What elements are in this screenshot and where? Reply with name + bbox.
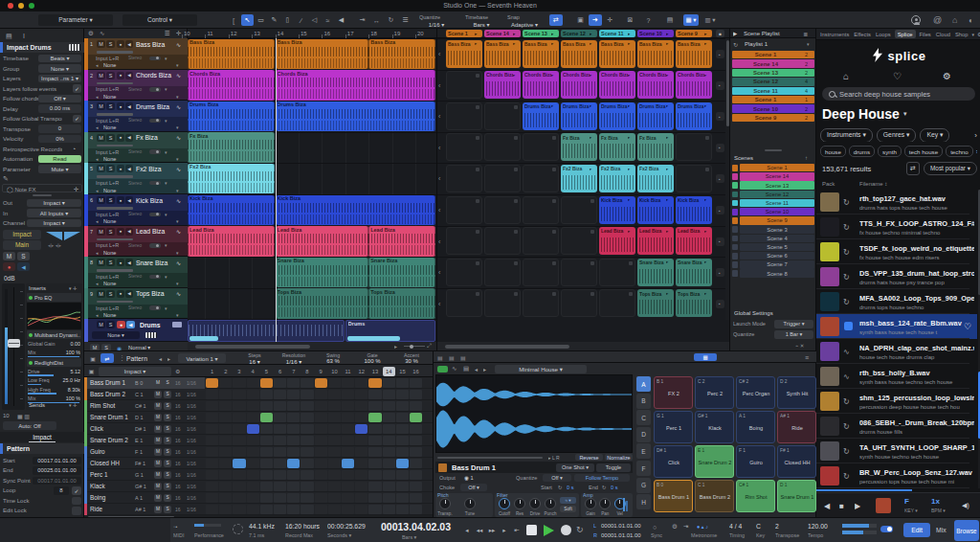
clip-drums-pattern[interactable] xyxy=(188,320,345,342)
step-cell-10[interactable] xyxy=(328,459,341,469)
insert-power-led[interactable] xyxy=(29,296,33,300)
step-cell-13[interactable] xyxy=(368,482,381,492)
wave-hscroll-thumb[interactable] xyxy=(437,457,543,460)
step-cell-13[interactable] xyxy=(368,493,381,504)
track-volume-slider[interactable] xyxy=(97,145,133,147)
step-cell-11[interactable] xyxy=(342,505,354,515)
pattern-row-solo[interactable]: S xyxy=(164,402,171,410)
scene-clip-bass-biza[interactable]: Bass Biza▸ xyxy=(561,40,597,68)
step-cell-16[interactable] xyxy=(410,482,422,492)
pad-boing[interactable]: A 1Boing xyxy=(736,411,775,443)
tool-paint-icon[interactable]: ✎ xyxy=(268,14,280,26)
clip-stop-button[interactable]: ▪ xyxy=(716,144,724,152)
step-cell-5[interactable] xyxy=(260,470,273,481)
track-mute-button[interactable]: M xyxy=(97,72,105,79)
snap-dropdown[interactable]: Adaptive ▾ xyxy=(505,20,544,28)
parameter-dropdown[interactable]: Parameter ▾ xyxy=(38,14,113,26)
pattern-row-head[interactable]: Snare Drum 2E 1MS161/16 xyxy=(84,435,205,446)
scene-clip-drums-biza[interactable]: Drums Biza▸ xyxy=(676,102,712,130)
track-row-drums[interactable]: MS●◀DrumsNone ▾ xyxy=(84,319,188,342)
scenes-list-item-scene-13[interactable]: Scene 13 xyxy=(740,181,814,189)
step-cell-3[interactable] xyxy=(233,424,245,435)
scenes-list-item-scene-3[interactable]: Scene 3 xyxy=(740,225,814,233)
track-record-button[interactable]: ● xyxy=(117,102,124,110)
pad-bank-c[interactable]: C xyxy=(636,410,651,425)
track-row-fx-biza[interactable]: 4MS●◀Fx Biza∿Input L+RStereo▾◂None▾ xyxy=(84,132,188,164)
loop-icon[interactable]: ↻ xyxy=(843,196,855,208)
scene-clip-bass-biza[interactable]: Bass Biza▸ xyxy=(676,40,712,68)
step-cell-6[interactable] xyxy=(274,459,286,469)
pad-bank-b[interactable]: B xyxy=(636,394,651,409)
inspector-checkbox[interactable]: ✓ xyxy=(73,115,81,124)
scene-empty-cell-snare-biza[interactable] xyxy=(561,259,597,286)
step-cell-3[interactable] xyxy=(233,413,245,423)
step-cell-12[interactable] xyxy=(355,436,368,446)
clip-drums-biza[interactable]: Drums Biza xyxy=(188,102,275,132)
step-cell-1[interactable] xyxy=(206,447,218,458)
step-cell-7[interactable] xyxy=(287,436,300,446)
pattern-shuffle-icon[interactable]: ⇄ xyxy=(100,353,114,363)
step-cell-14[interactable] xyxy=(383,505,395,515)
pattern-loop-value[interactable]: 8 xyxy=(54,486,69,495)
scene-scrollbar-thumb[interactable] xyxy=(445,345,569,349)
pattern-row-mute[interactable]: M xyxy=(154,448,162,456)
sort-dropdown[interactable]: Most popular ▾ xyxy=(924,162,977,175)
scene-empty-cell-fx-biza[interactable] xyxy=(676,133,712,161)
splice-home-icon[interactable]: ⌂ xyxy=(843,70,857,81)
shuffle-button[interactable]: ⇄ xyxy=(906,162,920,175)
loop-icon[interactable]: ↻ xyxy=(843,296,855,307)
channel-monitor-button[interactable]: ◀ xyxy=(17,262,30,271)
rewind-button[interactable]: ◂◂ xyxy=(474,525,485,536)
step-cell-11[interactable] xyxy=(342,424,354,435)
pad-bank-a[interactable]: A xyxy=(636,376,651,392)
step-cell-9[interactable] xyxy=(315,482,327,492)
scene-clip-chords-biza[interactable]: Chords Biza▸ xyxy=(637,71,674,99)
step-cell-9[interactable] xyxy=(315,459,327,469)
clip-tops-biza[interactable]: Tops Biza xyxy=(276,288,368,319)
step-number-2[interactable]: 2 xyxy=(219,367,232,376)
scene-clip-drums-biza[interactable]: Drums Biza▸ xyxy=(523,102,559,130)
jog-forward-button[interactable]: ▸ xyxy=(499,525,510,536)
step-cell-6[interactable] xyxy=(274,447,286,458)
browser-tab-splice[interactable]: Splice xyxy=(895,30,916,38)
inspector-follow-chords-dropdown[interactable]: Off ▾ xyxy=(38,95,81,103)
track-volume-slider[interactable] xyxy=(97,269,133,272)
pad-bank-f[interactable]: F xyxy=(636,461,651,476)
step-cell-11[interactable] xyxy=(342,390,354,400)
step-cell-15[interactable] xyxy=(396,424,409,435)
favorite-icon[interactable]: ♡ xyxy=(964,321,975,332)
clip-bass-biza[interactable]: Bass Biza xyxy=(188,39,275,70)
step-cell-6[interactable] xyxy=(274,378,286,389)
pattern-time-lock-checkbox[interactable] xyxy=(72,497,81,506)
track-solo-button[interactable]: S xyxy=(106,321,115,328)
step-cell-8[interactable] xyxy=(301,470,313,481)
clip-stop-button[interactable]: ▪ xyxy=(716,300,724,308)
step-number-14[interactable]: 14 xyxy=(383,367,395,376)
step-cell-14[interactable] xyxy=(383,424,395,435)
scene-scrollbar[interactable] xyxy=(437,342,730,350)
track-row-kick-biza[interactable]: 6MS●◀Kick Biza∿Input L+RStereo▾◂None▾ xyxy=(84,194,188,226)
pad-klack[interactable]: G# 1Klack xyxy=(695,411,734,443)
scene-empty-cell-lead-biza[interactable] xyxy=(484,227,521,255)
playlist-menu-icon[interactable]: ≣ xyxy=(803,30,813,37)
step-number-3[interactable]: 3 xyxy=(233,367,245,376)
step-cell-8[interactable] xyxy=(301,447,313,458)
track-row-lead-biza[interactable]: 7MS●◀Lead Biza∿Input L+RStereo▾◂None▾ xyxy=(84,226,188,258)
scene-clip-tops-biza[interactable]: Tops Biza▸ xyxy=(676,289,712,317)
tool-listen-icon[interactable]: ◀ xyxy=(335,14,347,26)
track-row-drums-biza[interactable]: 3MS●◀Drums Biza∿Input L+RStereo▾◂None▾ xyxy=(84,101,188,132)
track-mute-button[interactable]: M xyxy=(97,290,105,298)
pad-perc-1[interactable]: G 1Perc 1 xyxy=(654,411,693,443)
scene-empty-cell-lead-biza[interactable] xyxy=(523,227,559,255)
step-cell-13[interactable] xyxy=(368,459,381,469)
step-cell-13[interactable] xyxy=(368,505,381,515)
step-cell-7[interactable] xyxy=(287,447,300,458)
step-cell-12[interactable] xyxy=(355,505,368,515)
step-cell-7[interactable] xyxy=(287,505,300,515)
pad-ride[interactable]: A# 1Ride xyxy=(777,411,816,443)
insert-power-led[interactable] xyxy=(29,333,33,337)
scene-clip-bass-biza[interactable]: Bass Biza▸ xyxy=(446,40,482,68)
track-record-button[interactable]: ● xyxy=(117,228,124,236)
step-number-8[interactable]: 8 xyxy=(301,367,313,376)
track-monitor-button[interactable]: ◀ xyxy=(125,228,133,236)
